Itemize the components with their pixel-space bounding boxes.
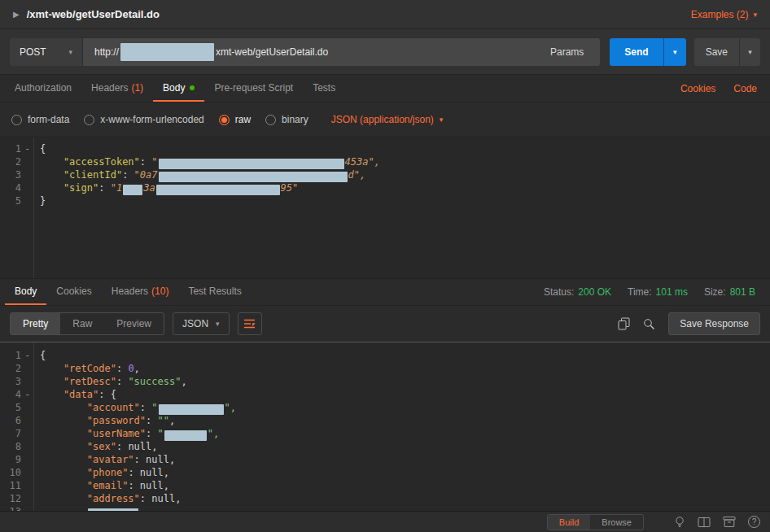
body-type-radio-raw[interactable]: raw <box>219 114 251 125</box>
token-str: ", <box>208 428 219 439</box>
tab-headers[interactable]: Headers(10) <box>102 279 179 305</box>
code-link[interactable]: Code <box>733 83 757 94</box>
body-type-radio-form-data[interactable]: form-data <box>11 114 69 125</box>
save-options-button[interactable]: ▾ <box>739 38 760 66</box>
tab-body[interactable]: Body <box>5 279 46 305</box>
tab-headers[interactable]: Headers(1) <box>81 75 153 102</box>
cookies-link[interactable]: Cookies <box>680 83 715 94</box>
fold-toggle-icon[interactable]: - <box>21 349 33 362</box>
radio-label: form-data <box>28 114 69 125</box>
split-panes-icon[interactable] <box>698 517 711 528</box>
token-str: 95" <box>281 182 299 194</box>
token-key: "avatar" <box>40 454 134 465</box>
fold-toggle-icon[interactable]: - <box>21 388 33 401</box>
content-type-dropdown[interactable]: JSON (application/json) ▾ <box>331 114 444 125</box>
token-punct: : <box>116 376 128 387</box>
tab-pre-request-script[interactable]: Pre-request Script <box>204 75 303 102</box>
code-text: "email": null, <box>33 479 169 492</box>
line-number: 10 <box>0 466 21 479</box>
save-button[interactable]: Save <box>694 38 739 66</box>
tab-label: Pre-request Script <box>214 82 293 94</box>
token-key: "retCode" <box>40 363 116 374</box>
search-icon[interactable] <box>643 318 655 330</box>
response-format-dropdown[interactable]: JSON ▾ <box>173 312 230 335</box>
token-punct: , <box>181 376 186 387</box>
token-punct: : <box>122 169 133 181</box>
send-options-button[interactable]: ▾ <box>663 38 686 66</box>
request-tabs: AuthorizationHeaders(1)BodyPre-request S… <box>5 75 345 102</box>
fold-gutter-spacer <box>21 362 33 375</box>
token-key: "sign" <box>40 182 98 194</box>
code-line: 2 "accessToken": "453a", <box>0 155 770 168</box>
send-button[interactable]: Send <box>610 38 663 66</box>
token-punct: } <box>40 195 46 207</box>
token-str: 453a", <box>345 156 380 168</box>
code-line: 7 "userName": "", <box>0 427 770 440</box>
method-select[interactable]: POST ▾ <box>10 38 83 66</box>
token-str: " <box>158 428 164 439</box>
response-tabs-row: BodyCookiesHeaders(10)Test Results Statu… <box>0 278 770 306</box>
body-type-radio-binary[interactable]: binary <box>265 114 308 125</box>
code-line: 9 "avatar": null, <box>0 453 770 466</box>
url-prefix: http:// <box>94 46 119 58</box>
postman-window: ▶ /xmt-web/getUserDetail.do Examples (2)… <box>0 0 770 532</box>
token-punct: , <box>164 467 169 478</box>
redaction-box <box>159 404 224 415</box>
fold-gutter-spacer <box>21 375 33 388</box>
token-punct <box>40 506 87 511</box>
request-body-editor[interactable]: 1-{2 "accessToken": "453a",3 "clientId":… <box>0 137 770 278</box>
token-punct: , <box>169 415 175 426</box>
copy-icon[interactable] <box>618 317 630 330</box>
save-response-button[interactable]: Save Response <box>668 312 760 335</box>
fold-gutter-spacer <box>21 440 33 453</box>
request-tab-links: Cookies Code <box>680 75 765 102</box>
view-tab-raw[interactable]: Raw <box>60 313 104 334</box>
fold-gutter-spacer <box>21 479 33 492</box>
code-line: 12 "address": null, <box>0 492 770 505</box>
response-tabs: BodyCookiesHeaders(10)Test Results <box>5 279 252 305</box>
help-icon[interactable]: ? <box>748 516 760 528</box>
tab-cookies[interactable]: Cookies <box>46 279 101 305</box>
body-type-radio-x-www-form-urlencoded[interactable]: x-www-form-urlencoded <box>84 114 203 125</box>
response-meta: Status:200 OKTime:101 msSize:801 B <box>544 279 765 305</box>
gutter-divider <box>33 342 34 511</box>
token-punct: , <box>151 441 157 452</box>
browse-toggle-button[interactable]: Browse <box>590 515 643 530</box>
meta-value: 101 ms <box>656 286 688 298</box>
lightbulb-icon[interactable] <box>674 516 685 529</box>
radio-label: x-www-form-urlencoded <box>100 114 203 125</box>
token-punct: , <box>175 493 181 504</box>
fold-gutter-spacer <box>21 414 33 427</box>
params-button[interactable]: Params <box>545 46 588 58</box>
token-punct: : <box>116 441 128 452</box>
response-toolbar: PrettyRawPreview JSON ▾ Save Response <box>0 306 770 342</box>
content-type-label: JSON (application/json) <box>331 114 434 125</box>
line-number: 6 <box>0 414 21 427</box>
wrap-lines-button[interactable] <box>238 312 262 335</box>
view-tab-preview[interactable]: Preview <box>104 313 164 334</box>
examples-dropdown[interactable]: Examples (2) ▾ <box>691 9 757 20</box>
collapse-arrow-icon[interactable]: ▶ <box>13 10 20 19</box>
response-body-editor[interactable]: 1-{2 "retCode": 0,3 "retDesc": "success"… <box>0 342 770 511</box>
archive-icon[interactable] <box>723 516 736 528</box>
view-tab-pretty[interactable]: Pretty <box>11 313 60 334</box>
fold-toggle-icon[interactable]: - <box>21 142 33 155</box>
tab-authorization[interactable]: Authorization <box>5 75 81 102</box>
redaction-box <box>159 172 348 182</box>
radio-label: binary <box>282 114 308 125</box>
code-text: "sign": "13a95" <box>33 181 298 194</box>
tab-tests[interactable]: Tests <box>303 75 345 102</box>
redaction-box <box>164 430 207 441</box>
build-toggle-button[interactable]: Build <box>548 515 590 530</box>
code-text <box>33 505 139 511</box>
line-number: 4 <box>0 181 21 194</box>
tab-body[interactable]: Body <box>153 75 204 102</box>
line-number: 5 <box>0 194 21 207</box>
code-line: 6 "password": "", <box>0 414 770 427</box>
code-text: "account": "", <box>33 401 236 414</box>
token-str: "success" <box>128 376 181 387</box>
request-title: /xmt-web/getUserDetail.do <box>27 8 160 20</box>
tab-test-results[interactable]: Test Results <box>178 279 251 305</box>
tab-label: Headers <box>112 286 148 297</box>
url-input[interactable]: http://xmt-web/getUserDetail.do <box>94 43 328 61</box>
